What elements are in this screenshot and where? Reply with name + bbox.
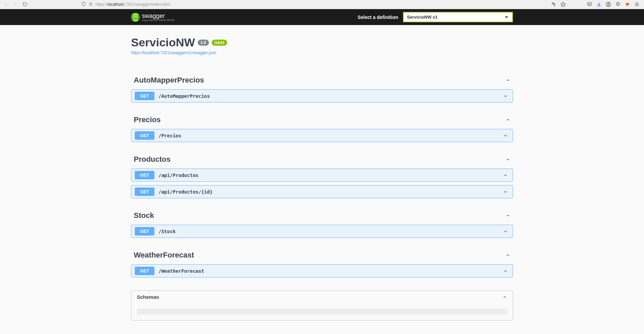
chevron-up-icon <box>506 253 510 258</box>
schema-item-placeholder <box>137 309 507 315</box>
swagger-logo-icon: {…} <box>131 13 140 22</box>
tag-name: Stock <box>134 211 154 220</box>
tag-name: Precios <box>134 115 161 124</box>
chevron-down-icon <box>503 269 508 273</box>
tag-section: Productos GET /api/Productos GET /api/Pr… <box>131 154 513 198</box>
tag-name: Productos <box>134 155 171 164</box>
chevron-down-icon <box>503 190 508 194</box>
operation-block[interactable]: GET /Precios <box>131 129 513 142</box>
tag-header[interactable]: Productos <box>131 154 513 165</box>
version-badge: 1.0 <box>198 40 209 46</box>
tag-section: WeatherForecast GET /WeatherForecast <box>131 249 513 277</box>
chevron-down-icon <box>503 133 508 138</box>
star-icon[interactable] <box>560 1 566 7</box>
http-method-badge: GET <box>135 171 154 179</box>
shield-icon <box>81 2 86 7</box>
translate-icon[interactable] <box>551 1 557 7</box>
chevron-down-icon <box>503 173 508 178</box>
account-icon[interactable] <box>605 1 611 7</box>
http-method-badge: GET <box>135 92 154 100</box>
menu-icon[interactable] <box>634 1 640 7</box>
svg-rect-0 <box>90 4 92 5</box>
operation-path: /Stock <box>158 229 503 234</box>
nav-forward-button[interactable] <box>12 1 19 8</box>
swagger-logo-text: swagger <box>142 13 175 19</box>
http-method-badge: GET <box>135 227 154 236</box>
extensions-icon[interactable] <box>615 1 621 7</box>
operation-block[interactable]: GET /Stock <box>131 225 513 238</box>
operation-block[interactable]: GET /api/Productos/{id} <box>131 185 513 198</box>
download-icon[interactable] <box>596 1 602 7</box>
operation-block[interactable]: GET /AutoMapperPrecios <box>131 89 513 103</box>
http-method-badge: GET <box>135 131 154 140</box>
nav-reload-button[interactable] <box>22 1 28 8</box>
pocket-icon[interactable] <box>586 1 593 7</box>
tag-header[interactable]: Precios <box>131 114 513 126</box>
operation-path: /Precios <box>158 133 503 138</box>
operation-path: /WeatherForecast <box>158 268 503 274</box>
browser-toolbar-right <box>551 1 641 7</box>
http-method-badge: GET <box>135 187 154 196</box>
tag-section: AutoMapperPrecios GET /AutoMapperPrecios <box>131 74 513 103</box>
chevron-up-icon <box>506 117 510 122</box>
chevron-down-icon <box>503 94 508 98</box>
operation-path: /AutoMapperPrecios <box>158 93 503 99</box>
operation-path: /api/Productos <box>158 173 503 178</box>
tag-header[interactable]: Stock <box>131 210 513 221</box>
chevron-up-icon <box>502 295 507 299</box>
tag-section: Precios GET /Precios <box>131 114 513 142</box>
definition-select[interactable]: ServicioNW v1 <box>403 12 513 22</box>
chevron-up-icon <box>506 157 510 162</box>
chevron-up-icon <box>506 213 510 218</box>
swagger-topbar: {…} swagger supported by SMARTBEAR Selec… <box>0 9 644 25</box>
swagger-logo-subtext: supported by SMARTBEAR <box>142 19 175 21</box>
fox-icon[interactable] <box>624 1 630 7</box>
tag-header[interactable]: WeatherForecast <box>131 249 513 261</box>
swagger-json-link[interactable]: https://localhost:7201/swagger/v1/swagge… <box>131 50 216 55</box>
tag-name: WeatherForecast <box>134 251 194 260</box>
lock-icon <box>89 2 93 7</box>
browser-toolbar: https://localhost:7201/swagger/index.htm… <box>0 0 644 9</box>
operation-block[interactable]: GET /WeatherForecast <box>131 264 513 277</box>
schemas-section: Schemas <box>131 290 513 320</box>
swagger-logo[interactable]: {…} swagger supported by SMARTBEAR <box>131 13 175 22</box>
chevron-down-icon <box>503 229 508 234</box>
operation-path: /api/Productos/{id} <box>158 189 503 195</box>
oas-badge: OAS3 <box>212 40 227 46</box>
operation-block[interactable]: GET /api/Productos <box>131 169 513 182</box>
tag-section: Stock GET /Stock <box>131 210 513 238</box>
tag-name: AutoMapperPrecios <box>134 76 204 85</box>
schemas-toggle[interactable]: Schemas <box>131 291 513 303</box>
url-bar[interactable]: https://localhost:7201/swagger/index.htm… <box>79 2 545 7</box>
tag-header[interactable]: AutoMapperPrecios <box>131 74 513 86</box>
svg-point-3 <box>608 3 609 4</box>
url-text: https://localhost:7201/swagger/index.htm… <box>95 2 170 7</box>
nav-back-button[interactable] <box>3 1 9 8</box>
svg-marker-1 <box>561 2 565 6</box>
definition-label: Select a definition <box>358 15 398 20</box>
chevron-up-icon <box>506 78 510 83</box>
api-title: ServicioNW 1.0 OAS3 <box>131 36 513 49</box>
http-method-badge: GET <box>135 267 154 275</box>
